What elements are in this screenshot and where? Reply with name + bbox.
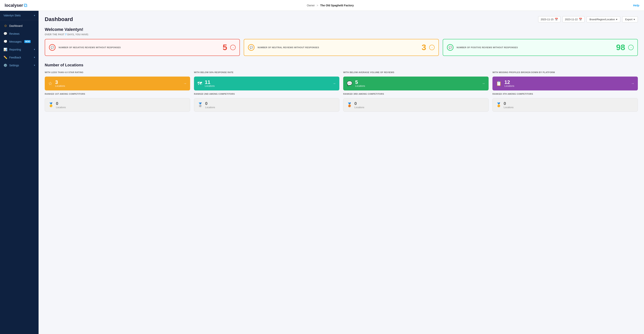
logo-text: localyser bbox=[5, 3, 23, 8]
rank2-card[interactable]: 🥈 0 Locations bbox=[194, 98, 339, 112]
topbar: localyser ⧉ Owner > The Old Spaghetti Fa… bbox=[0, 0, 644, 11]
rank1-label: RANKED 1ST AMONG COMPETITORS bbox=[45, 93, 190, 95]
dashboard-controls: 2023-11-15 📅 2023-11-22 📅 Brand/Region/L… bbox=[538, 16, 638, 22]
missing-profiles-card[interactable]: 📋 12 Locations → bbox=[492, 76, 638, 90]
review-card-neutral[interactable]: 💬 NUMBER OF NEUTRAL REVIEWS WITHOUT RESP… bbox=[244, 39, 439, 56]
negative-arrow-icon: → bbox=[230, 45, 236, 50]
filter-label: Brand/Region/Location bbox=[590, 18, 615, 21]
rank2-info: 0 Locations bbox=[205, 101, 215, 109]
low-star-info: 3 Locations bbox=[55, 80, 65, 87]
review-cards: 💬 NUMBER OF NEGATIVE REVIEWS WITHOUT RES… bbox=[45, 39, 638, 56]
rank1-num: 0 bbox=[56, 101, 66, 106]
negative-chat-icon: 💬 bbox=[49, 44, 56, 51]
breadcrumb: Owner > The Old Spaghetti Factory bbox=[307, 4, 354, 7]
breadcrumb-sep: > bbox=[316, 4, 319, 7]
rank1-info: 0 Locations bbox=[56, 101, 66, 109]
rank4-text: Locations bbox=[504, 106, 514, 109]
days-highlight: 7 bbox=[65, 33, 66, 36]
negative-card-label: NUMBER OF NEGATIVE REVIEWS WITHOUT RESPO… bbox=[58, 46, 220, 48]
location-group-low-response: WITH BELOW 50% RESPONSE RATE 🗺 11 Locati… bbox=[194, 71, 339, 112]
date-end-picker[interactable]: 2023-11-22 📅 bbox=[562, 16, 585, 22]
date-start-picker[interactable]: 2023-11-15 📅 bbox=[538, 16, 560, 22]
dashboard-header: Dashboard 2023-11-15 📅 2023-11-22 📅 Bran… bbox=[45, 16, 638, 22]
low-volume-text: Locations bbox=[355, 85, 365, 87]
reporting-expand-icon: ▾ bbox=[34, 48, 35, 51]
rank2-num: 0 bbox=[205, 101, 215, 106]
low-response-card[interactable]: 🗺 11 Locations → bbox=[194, 76, 339, 90]
sidebar-nav: ⊙ Dashboard 💬 Reviews 💭 Messages NEW 📊 R… bbox=[0, 20, 38, 71]
rank4-num: 0 bbox=[504, 101, 514, 106]
rank3-card[interactable]: 🥉 0 Locations bbox=[343, 98, 488, 112]
low-volume-card[interactable]: 💬 5 Locations → bbox=[343, 76, 488, 90]
sidebar-item-messages[interactable]: 💭 Messages NEW bbox=[0, 38, 38, 46]
sidebar-item-settings[interactable]: ⚙️ Settings ▾ bbox=[0, 61, 38, 69]
sidebar-item-reporting[interactable]: 📊 Reporting ▾ bbox=[0, 46, 38, 54]
rank4-card[interactable]: 🏅 0 Locations bbox=[492, 98, 638, 112]
rank1-text: Locations bbox=[56, 106, 66, 109]
rank4-icon: 🏅 bbox=[496, 102, 501, 108]
calendar-end-icon: 📅 bbox=[579, 18, 582, 21]
missing-profiles-text: Locations bbox=[504, 85, 514, 87]
export-label: Export bbox=[625, 18, 632, 21]
location-group-low-volume: WITH BELOW AVERAGE VOLUME OF REVIEWS 💬 5… bbox=[343, 71, 488, 112]
location-group-missing-profiles: WITH MISSING PROFILES BROKEN DOWN BY PLA… bbox=[492, 71, 638, 112]
low-star-count: 3 bbox=[55, 80, 65, 85]
positive-chat-icon: 💬 bbox=[447, 44, 454, 51]
neutral-arrow-icon: → bbox=[429, 45, 434, 50]
sidebar-label-messages: Messages bbox=[9, 40, 22, 43]
settings-icon: ⚙️ bbox=[4, 64, 7, 67]
sidebar-item-reviews[interactable]: 💬 Reviews bbox=[0, 30, 38, 38]
logo-bracket: ⧉ bbox=[24, 2, 28, 8]
low-star-card[interactable]: ☆ 3 Locations → bbox=[45, 76, 190, 90]
export-button[interactable]: Export ▾ bbox=[622, 16, 638, 22]
reviews-icon: 💬 bbox=[4, 32, 7, 36]
days-label: DAYS, YOU HAVE: bbox=[67, 33, 89, 36]
missing-profiles-label: WITH MISSING PROFILES BROKEN DOWN BY PLA… bbox=[492, 71, 638, 74]
sidebar-item-dashboard[interactable]: ⊙ Dashboard bbox=[0, 22, 38, 30]
map-icon: 🗺 bbox=[198, 81, 202, 86]
low-response-arrow-icon: → bbox=[332, 82, 336, 86]
neutral-count: 3 bbox=[422, 43, 426, 52]
sidebar: Valentyn Stets ▾ ⊙ Dashboard 💬 Reviews 💭… bbox=[0, 11, 38, 334]
welcome-subtitle: OVER THE PAST 7 DAYS, YOU HAVE: bbox=[45, 33, 638, 36]
sidebar-user[interactable]: Valentyn Stets ▾ bbox=[0, 11, 38, 20]
locations-section-title: Number of Locations bbox=[45, 63, 638, 67]
clipboard-icon: 📋 bbox=[496, 81, 502, 86]
rank1-card[interactable]: 🥇 0 Locations bbox=[45, 98, 190, 112]
sidebar-item-feedback[interactable]: ✏️ Feedback ▾ bbox=[0, 54, 38, 61]
review-card-positive[interactable]: 💬 NUMBER OF POSITIVE REVIEWS WITHOUT RES… bbox=[443, 39, 638, 56]
neutral-card-label: NUMBER OF NEUTRAL REVIEWS WITHOUT RESPON… bbox=[258, 46, 418, 48]
date-end-value: 2023-11-22 bbox=[565, 18, 578, 21]
brand-region-filter[interactable]: Brand/Region/Location ▾ bbox=[586, 16, 620, 22]
dashboard-icon: ⊙ bbox=[4, 24, 7, 28]
welcome-subtitle-text: OVER THE PAST bbox=[45, 33, 65, 36]
low-response-count: 11 bbox=[205, 80, 214, 85]
messages-icon: 💭 bbox=[4, 40, 7, 44]
logo: localyser ⧉ bbox=[5, 2, 28, 8]
rank3-icon: 🥉 bbox=[347, 102, 352, 108]
messages-badge: NEW bbox=[24, 40, 31, 43]
positive-count: 98 bbox=[616, 43, 625, 52]
breadcrumb-owner: Owner bbox=[307, 4, 315, 7]
low-response-label: WITH BELOW 50% RESPONSE RATE bbox=[194, 71, 339, 74]
missing-profiles-count: 12 bbox=[504, 80, 514, 85]
location-group-low-star: WITH LESS THAN 4.0 STAR RATING ☆ 3 Locat… bbox=[45, 71, 190, 112]
sidebar-label-settings: Settings bbox=[9, 64, 19, 67]
review-card-negative[interactable]: 💬 NUMBER OF NEGATIVE REVIEWS WITHOUT RES… bbox=[45, 39, 240, 56]
low-star-label: WITH LESS THAN 4.0 STAR RATING bbox=[45, 71, 190, 74]
low-volume-label: WITH BELOW AVERAGE VOLUME OF REVIEWS bbox=[343, 71, 488, 74]
help-link[interactable]: Help bbox=[633, 4, 639, 7]
location-cards-grid: WITH LESS THAN 4.0 STAR RATING ☆ 3 Locat… bbox=[45, 71, 638, 112]
positive-arrow-icon: → bbox=[628, 45, 634, 50]
sidebar-username: Valentyn Stets bbox=[4, 14, 21, 17]
export-chevron-icon: ▾ bbox=[634, 18, 635, 21]
low-volume-arrow-icon: → bbox=[482, 82, 485, 86]
neutral-chat-icon: 💬 bbox=[248, 44, 254, 51]
welcome-section: Welcome Valentyn! OVER THE PAST 7 DAYS, … bbox=[45, 27, 638, 56]
rank4-info: 0 Locations bbox=[504, 101, 514, 109]
rank2-text: Locations bbox=[205, 106, 215, 109]
sidebar-label-reporting: Reporting bbox=[9, 48, 21, 51]
rank1-icon: 🥇 bbox=[48, 102, 54, 108]
missing-profiles-info: 12 Locations bbox=[504, 80, 514, 87]
rank2-label: RANKED 2ND AMONG COMPETITORS bbox=[194, 93, 339, 95]
